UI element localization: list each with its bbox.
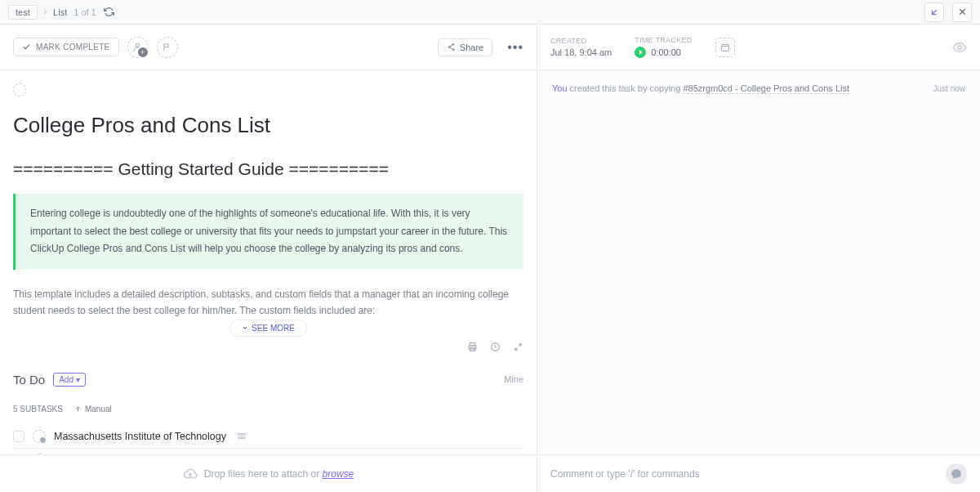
- subtask-assignee-icon[interactable]: [33, 454, 46, 454]
- task-title[interactable]: College Pros and Cons List: [13, 113, 523, 138]
- footer: Drop files here to attach or browse: [0, 454, 980, 492]
- browse-link[interactable]: browse: [323, 468, 354, 480]
- activity-item: You created this task by copying #85zrgm…: [552, 83, 965, 93]
- svg-point-9: [958, 45, 962, 49]
- add-subtask-button[interactable]: Add ▾: [53, 373, 86, 387]
- send-comment-button[interactable]: [946, 463, 967, 485]
- assignee-add-icon[interactable]: [127, 37, 149, 58]
- svg-point-0: [136, 43, 139, 47]
- comment-bar: [537, 455, 980, 492]
- subtasks-count: 5 SUBTASKS: [13, 405, 63, 414]
- activity-header: CREATED Jul 18, 9:04 am TIME TRACKED 0:0…: [537, 25, 980, 70]
- minimize-button[interactable]: [924, 2, 944, 22]
- chevron-right-icon: ›: [44, 7, 47, 16]
- task-content: College Pros and Cons List ========== Ge…: [0, 70, 537, 454]
- due-date-icon[interactable]: [715, 38, 735, 57]
- refresh-icon[interactable]: [103, 6, 116, 19]
- see-more-label: SEE MORE: [252, 324, 295, 333]
- todo-section: To Do Add ▾ Mine: [13, 373, 523, 387]
- template-description: This template includes a detailed descri…: [13, 286, 523, 320]
- chevron-down-icon: ▾: [76, 375, 80, 384]
- time-tracked-meta: TIME TRACKED 0:00:00: [635, 36, 692, 58]
- subtask-row[interactable]: Georgia Institute of Technology: [13, 448, 523, 454]
- share-label: Share: [460, 42, 483, 52]
- subtask-menu-icon[interactable]: [238, 433, 246, 439]
- drop-text: Drop files here to attach or browse: [204, 468, 354, 480]
- subtasks-header: 5 SUBTASKS Manual: [13, 405, 523, 414]
- expand-icon[interactable]: [512, 342, 523, 353]
- close-button[interactable]: [952, 2, 972, 22]
- status-icon[interactable]: [13, 83, 26, 96]
- mark-complete-button[interactable]: MARK COMPLETE: [13, 38, 119, 56]
- subtask-checkbox[interactable]: [13, 431, 24, 442]
- timer-play-button[interactable]: [635, 47, 646, 58]
- breadcrumb-root[interactable]: test: [8, 5, 38, 20]
- activity-feed: You created this task by copying #85zrgm…: [537, 70, 980, 454]
- svg-rect-8: [721, 44, 728, 51]
- topbar: test › List 1 of 1: [0, 0, 980, 25]
- activity-time: Just now: [933, 84, 965, 93]
- intro-callout: Entering college is undoubtedly one of t…: [13, 194, 523, 270]
- breadcrumb-position: 1 of 1: [74, 7, 96, 17]
- subtask-name: Massachusetts Institute of Technology: [54, 431, 226, 442]
- attachment-drop-zone[interactable]: Drop files here to attach or browse: [0, 455, 537, 492]
- subtask-list: Massachusetts Institute of Technology Ge…: [13, 425, 523, 454]
- more-menu-icon[interactable]: •••: [507, 40, 523, 55]
- svg-point-2: [448, 47, 450, 48]
- activity-pane: CREATED Jul 18, 9:04 am TIME TRACKED 0:0…: [537, 25, 980, 454]
- topbar-actions: [924, 2, 972, 22]
- sort-button[interactable]: Manual: [74, 405, 112, 414]
- priority-flag-icon[interactable]: [157, 37, 178, 58]
- subtask-row[interactable]: Massachusetts Institute of Technology: [13, 425, 523, 448]
- svg-point-1: [452, 43, 454, 45]
- guide-heading: ========== Getting Started Guide =======…: [13, 159, 523, 179]
- add-label: Add: [59, 375, 74, 384]
- svg-point-3: [452, 49, 454, 51]
- subtask-assignee-icon[interactable]: [33, 430, 46, 443]
- mine-filter[interactable]: Mine: [504, 374, 523, 384]
- created-meta: CREATED Jul 18, 9:04 am: [550, 37, 612, 57]
- print-icon[interactable]: [466, 342, 478, 353]
- task-pane: MARK COMPLETE Share ••• College Pros and…: [0, 25, 537, 454]
- cloud-upload-icon: [183, 467, 198, 481]
- watch-icon[interactable]: [952, 40, 967, 55]
- mark-complete-label: MARK COMPLETE: [36, 42, 110, 51]
- time-tracked-label: TIME TRACKED: [635, 36, 692, 44]
- activity-text: You created this task by copying #85zrgm…: [552, 83, 849, 93]
- todo-label: To Do: [13, 373, 45, 387]
- activity-user: You: [552, 83, 568, 93]
- description-tools: [13, 342, 523, 353]
- created-label: CREATED: [550, 37, 612, 45]
- history-icon[interactable]: [489, 342, 501, 353]
- comment-input[interactable]: [550, 468, 938, 480]
- breadcrumb: test › List 1 of 1: [8, 5, 116, 20]
- task-header: MARK COMPLETE Share •••: [0, 25, 537, 70]
- share-button[interactable]: Share: [438, 38, 492, 56]
- breadcrumb-list[interactable]: List: [53, 7, 67, 17]
- activity-link[interactable]: #85zrgm0cd - College Pros and Cons List: [683, 83, 849, 94]
- see-more-button[interactable]: SEE MORE: [229, 320, 307, 337]
- sort-label: Manual: [85, 405, 112, 414]
- created-value: Jul 18, 9:04 am: [550, 47, 612, 57]
- intro-text: Entering college is undoubtedly one of t…: [30, 205, 509, 258]
- time-tracked-value: 0:00:00: [651, 47, 681, 57]
